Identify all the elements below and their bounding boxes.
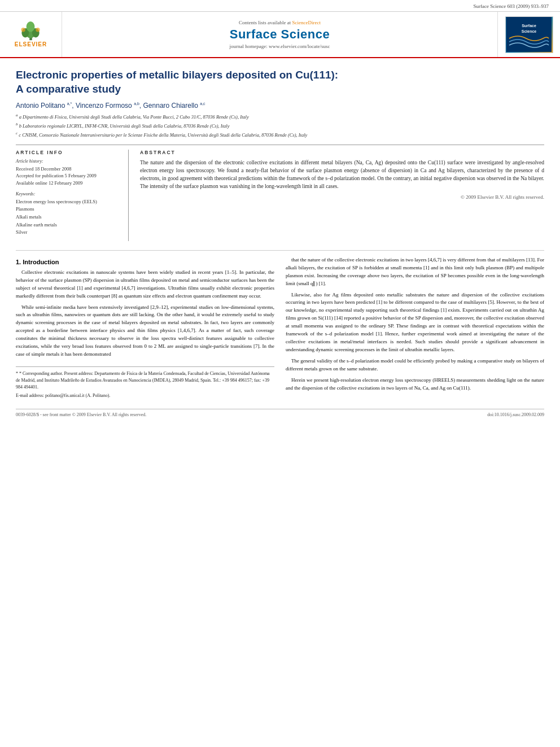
keyword-2: Plasmons bbox=[16, 206, 120, 213]
right-para-4: Herein we present high-resolution electr… bbox=[286, 377, 544, 392]
info-abstract-section: ARTICLE INFO Article history: Received 1… bbox=[16, 145, 544, 241]
keyword-3: Alkali metals bbox=[16, 213, 120, 221]
journal-header: ELSEVIER Contents lists available at Sci… bbox=[0, 12, 560, 58]
doi-text: doi:10.1016/j.susc.2009.02.009 bbox=[487, 412, 544, 417]
body-content: 1. Introduction Collective electronic ex… bbox=[16, 250, 544, 401]
right-para-3: The general validity of the s–d polariza… bbox=[286, 357, 544, 373]
elsevier-wordmark: ELSEVIER bbox=[15, 41, 47, 47]
surface-science-logo: Surface Science bbox=[505, 16, 553, 53]
main-content: Electronic properties of metallic bilaye… bbox=[0, 58, 560, 423]
issn-text: 0039-6028/$ - see front matter © 2009 El… bbox=[16, 412, 146, 417]
abstract-text: The nature and the dispersion of the ele… bbox=[140, 159, 544, 191]
elsevier-tree-icon bbox=[18, 21, 43, 41]
authors-line: Antonio Politano a,*, Vincenzo Formoso a… bbox=[16, 102, 544, 110]
keyword-1: Electron energy loss spectroscopy (EELS) bbox=[16, 198, 120, 206]
svg-text:Science: Science bbox=[522, 29, 537, 33]
section1-text: Collective electronic excitations in nan… bbox=[16, 269, 274, 359]
citation-text: Surface Science 603 (2009) 933–937 bbox=[474, 3, 549, 9]
article-title: Electronic properties of metallic bilaye… bbox=[16, 68, 544, 96]
journal-title: Surface Science bbox=[230, 27, 330, 42]
body-left-column: 1. Introduction Collective electronic ex… bbox=[16, 256, 274, 401]
keyword-4: Alkaline earth metals bbox=[16, 221, 120, 229]
keywords-label: Keywords: bbox=[16, 191, 120, 196]
article-history-label: Article history: bbox=[16, 159, 120, 164]
affiliation-c: c c CNISM, Consorzio Nazionale Interuniv… bbox=[16, 131, 544, 139]
intro-para-2: While semi-infinite media have been exte… bbox=[16, 304, 274, 359]
affiliations: a a Dipartimento di Fisica, Università d… bbox=[16, 113, 544, 138]
keywords-group: Keywords: Electron energy loss spectrosc… bbox=[16, 191, 120, 237]
section1-right-text: that the nature of the collective electr… bbox=[286, 256, 544, 392]
received-date: Received 18 December 2008 bbox=[16, 165, 120, 173]
body-right-column: that the nature of the collective electr… bbox=[286, 256, 544, 401]
article-info-column: ARTICLE INFO Article history: Received 1… bbox=[16, 150, 129, 241]
right-para-1: that the nature of the collective electr… bbox=[286, 256, 544, 288]
footnote-email: E-mail address: politano@fis.unical.it (… bbox=[16, 392, 274, 399]
journal-logo-right: Surface Science bbox=[498, 12, 560, 57]
intro-para-1: Collective electronic excitations in nan… bbox=[16, 269, 274, 300]
footnote-star: * * Corresponding author. Present addres… bbox=[16, 370, 274, 391]
available-date: Available online 12 February 2009 bbox=[16, 180, 120, 187]
elsevier-logo-area: ELSEVIER bbox=[0, 12, 62, 57]
footnote-section: * * Corresponding author. Present addres… bbox=[16, 366, 274, 399]
affiliation-a: a a Dipartimento di Fisica, Università d… bbox=[16, 113, 544, 121]
accepted-date: Accepted for publication 5 February 2009 bbox=[16, 172, 120, 180]
article-history-group: Article history: Received 18 December 20… bbox=[16, 159, 120, 187]
journal-homepage: journal homepage: www.elsevier.com/locat… bbox=[230, 43, 330, 49]
abstract-column: ABSTRACT The nature and the dispersion o… bbox=[140, 150, 544, 241]
svg-point-5 bbox=[21, 28, 25, 32]
sciencedirect-link[interactable]: ScienceDirect bbox=[292, 20, 321, 25]
footnote-text: * * Corresponding author. Present addres… bbox=[16, 370, 274, 399]
ss-logo-icon: Surface Science bbox=[506, 17, 552, 52]
affiliation-b: b b Laboratorio regionale LICRYL, INFM-C… bbox=[16, 122, 544, 130]
article-info-label: ARTICLE INFO bbox=[16, 150, 120, 155]
contents-line: Contents lists available at ScienceDirec… bbox=[239, 20, 321, 25]
keyword-5: Silver bbox=[16, 229, 120, 237]
elsevier-logo: ELSEVIER bbox=[15, 21, 47, 47]
svg-text:Surface: Surface bbox=[522, 24, 536, 28]
abstract-label: ABSTRACT bbox=[140, 150, 544, 155]
svg-point-6 bbox=[36, 28, 40, 32]
bottom-bar: 0039-6028/$ - see front matter © 2009 El… bbox=[16, 409, 544, 417]
journal-title-area: Contents lists available at ScienceDirec… bbox=[62, 12, 498, 57]
page-wrapper: Surface Science 603 (2009) 933–937 ELSEV… bbox=[0, 0, 560, 747]
right-para-2: Likewise, also for Ag films deposited on… bbox=[286, 291, 544, 355]
keywords-list: Electron energy loss spectroscopy (EELS)… bbox=[16, 198, 120, 237]
section1-heading: 1. Introduction bbox=[16, 259, 274, 265]
svg-point-4 bbox=[27, 21, 35, 32]
copyright-line: © 2009 Elsevier B.V. All rights reserved… bbox=[140, 194, 544, 200]
journal-citation: Surface Science 603 (2009) 933–937 bbox=[0, 0, 560, 12]
